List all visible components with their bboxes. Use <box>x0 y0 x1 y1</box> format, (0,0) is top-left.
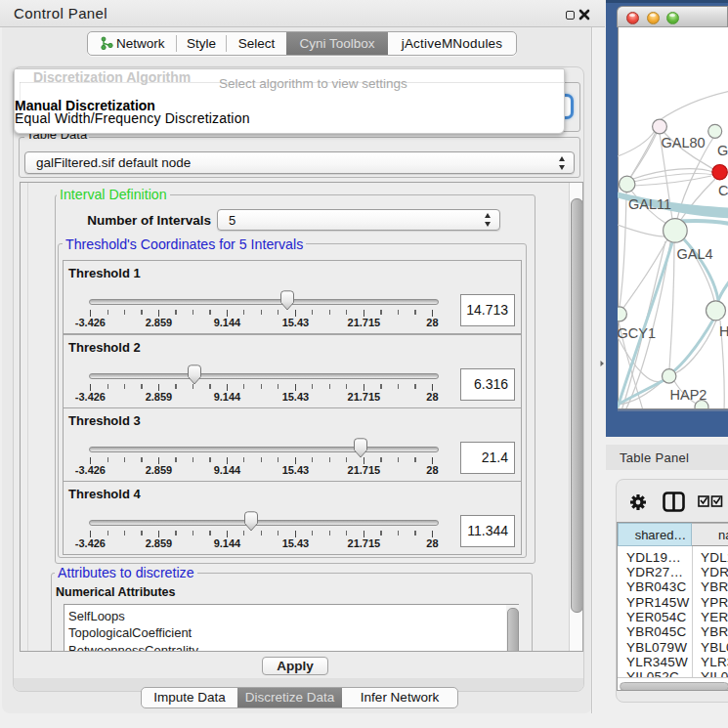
svg-text:GCY1: GCY1 <box>618 325 656 341</box>
svg-text:H: H <box>719 323 728 339</box>
svg-text:GA: GA <box>717 143 728 158</box>
svg-text:GAL4: GAL4 <box>677 246 713 262</box>
svg-text:GAL11: GAL11 <box>628 196 671 212</box>
svg-text:GAL80: GAL80 <box>662 135 706 150</box>
svg-text:HAP2: HAP2 <box>670 387 707 403</box>
svg-text:C: C <box>718 183 728 198</box>
